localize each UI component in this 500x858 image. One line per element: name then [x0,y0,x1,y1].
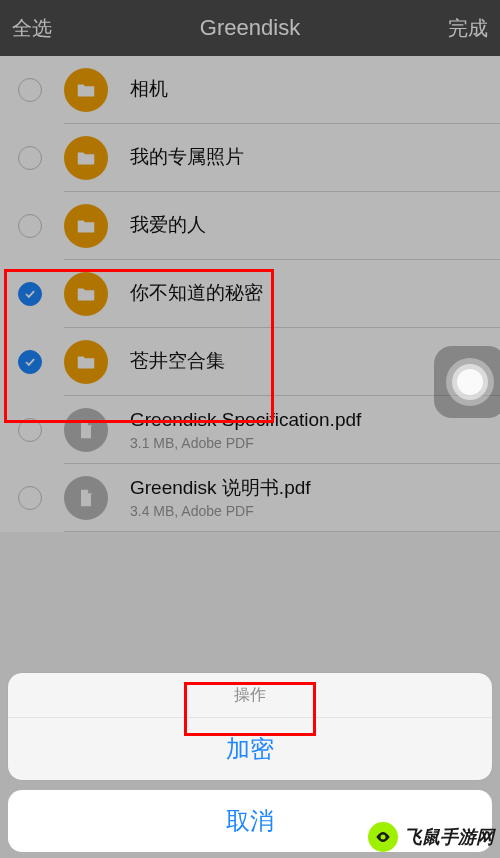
list-item[interactable]: Greendisk Specification.pdf 3.1 MB, Adob… [0,396,500,464]
select-all-button[interactable]: 全选 [12,15,66,42]
selection-checkbox[interactable] [18,418,42,442]
list-item[interactable]: 你不知道的秘密 [0,260,500,328]
app-viewport: 全选 Greendisk 完成 相机 [0,0,500,858]
selection-checkbox[interactable] [18,214,42,238]
file-list: 相机 我的专属照片 [0,56,500,532]
file-icon [64,476,108,520]
item-title: Greendisk 说明书.pdf [130,476,311,501]
selection-checkbox[interactable] [18,350,42,374]
selection-checkbox[interactable] [18,282,42,306]
item-title: 你不知道的秘密 [130,281,263,306]
watermark-text: 飞鼠手游网 [404,825,494,849]
file-icon [64,408,108,452]
assistive-touch-button[interactable] [434,346,500,418]
done-button[interactable]: 完成 [434,15,488,42]
item-title: 相机 [130,77,168,102]
folder-icon [64,340,108,384]
navigation-bar: 全选 Greendisk 完成 [0,0,500,56]
item-title: 我爱的人 [130,213,206,238]
watermark-logo-icon [368,822,398,852]
folder-icon [64,272,108,316]
action-sheet-title: 操作 [8,673,492,718]
item-title: Greendisk Specification.pdf [130,408,361,433]
page-title: Greendisk [200,15,300,41]
list-item[interactable]: 我爱的人 [0,192,500,260]
list-item[interactable]: Greendisk 说明书.pdf 3.4 MB, Adobe PDF [0,464,500,532]
folder-icon [64,204,108,248]
watermark: 飞鼠手游网 [368,822,494,852]
selection-checkbox[interactable] [18,486,42,510]
selection-checkbox[interactable] [18,78,42,102]
item-subtitle: 3.1 MB, Adobe PDF [130,435,361,451]
folder-icon [64,136,108,180]
folder-icon [64,68,108,112]
item-title: 我的专属照片 [130,145,244,170]
list-item[interactable]: 苍井空合集 [0,328,500,396]
item-subtitle: 3.4 MB, Adobe PDF [130,503,311,519]
list-item[interactable]: 相机 [0,56,500,124]
svg-point-0 [381,835,386,840]
selection-checkbox[interactable] [18,146,42,170]
encrypt-action[interactable]: 加密 [8,718,492,780]
item-title: 苍井空合集 [130,349,225,374]
list-item[interactable]: 我的专属照片 [0,124,500,192]
